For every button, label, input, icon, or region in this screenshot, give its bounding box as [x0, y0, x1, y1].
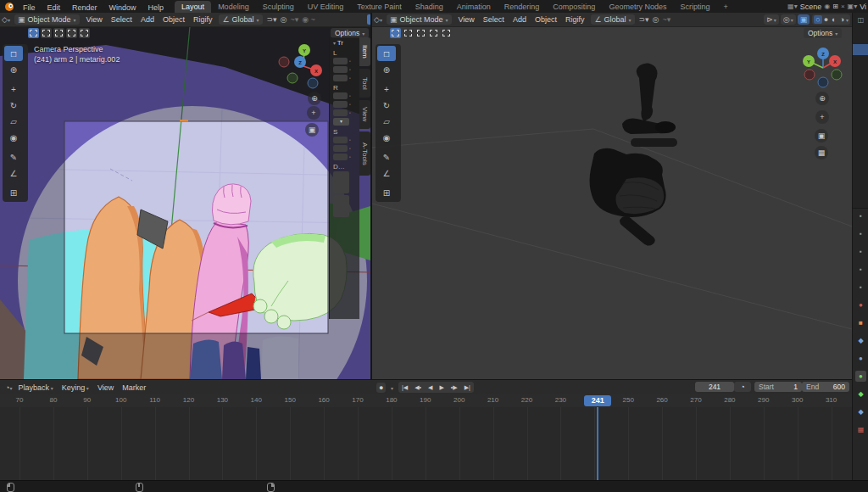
- shading-dropdown-icon[interactable]: ▾: [846, 17, 849, 23]
- select-mode-extend[interactable]: [41, 28, 52, 38]
- proportional-edit-icon[interactable]: ◎: [279, 15, 289, 24]
- add-cube-tool[interactable]: ⊞: [377, 185, 396, 200]
- properties-tab-object-data[interactable]: ●: [855, 371, 866, 382]
- viewport-3d-left[interactable]: ◇▾▣Object Mode▾ViewSelectAddObjectRigify…: [0, 13, 372, 379]
- workspace-tab-sculpting[interactable]: Sculpting: [256, 1, 301, 13]
- viewport-3d-right[interactable]: ◇▾▣Object Mode▾ViewSelectAddObjectRigify…: [372, 13, 852, 379]
- viewport-menu-view[interactable]: View: [82, 15, 107, 24]
- axis-neg-y[interactable]: [832, 70, 842, 80]
- timeline-track-area[interactable]: [0, 407, 852, 481]
- outliner-mini[interactable]: ◫: [853, 13, 868, 209]
- lock-icon[interactable]: ▫: [349, 111, 351, 115]
- scene-name[interactable]: Scene: [800, 3, 822, 11]
- timeline-menu-keying[interactable]: Keying ▾: [58, 383, 93, 392]
- axis-neg-y[interactable]: [287, 73, 298, 83]
- select-mode-set[interactable]: [28, 28, 39, 38]
- playhead-badge[interactable]: 241: [584, 395, 611, 406]
- mode-selector[interactable]: ▣Object Mode▾: [387, 14, 452, 25]
- timeline-menu-marker[interactable]: Marker: [118, 383, 150, 392]
- auto-keyframe-button[interactable]: ●: [376, 383, 386, 393]
- viewport-menu-add[interactable]: Add: [509, 15, 531, 24]
- preview-range-icon[interactable]: ◔: [734, 382, 751, 392]
- pan-icon[interactable]: +: [307, 106, 320, 120]
- value-slider[interactable]: [333, 137, 348, 143]
- workspace-tab-compositing[interactable]: Compositing: [546, 1, 602, 13]
- select-mode-subtract[interactable]: [415, 28, 426, 38]
- axis-neg-z[interactable]: [308, 78, 318, 88]
- properties-tab-physics[interactable]: ●: [855, 353, 866, 364]
- axis-neg-x[interactable]: [804, 70, 815, 80]
- snap-icon[interactable]: ⊃▾: [637, 15, 651, 24]
- snap-icon[interactable]: ⊃▾: [265, 15, 279, 24]
- menu-window[interactable]: Window: [103, 3, 142, 12]
- select-mode-invert[interactable]: [66, 28, 77, 38]
- shading-material-button[interactable]: ◐: [830, 15, 837, 24]
- move-tool[interactable]: +: [377, 81, 396, 97]
- measure-tool[interactable]: ∠: [4, 165, 23, 181]
- viewport-menu-select[interactable]: Select: [479, 15, 509, 24]
- properties-tab-scene[interactable]: ▪: [855, 282, 866, 293]
- value-slider[interactable]: [333, 154, 348, 160]
- workspace-tab-animation[interactable]: Animation: [450, 1, 498, 13]
- viewport-menu-object[interactable]: Object: [159, 15, 189, 24]
- panel-header-transform[interactable]: ▾ Tr: [333, 39, 359, 47]
- editor-type-icon[interactable]: ◔▾: [0, 383, 14, 392]
- properties-tab-world[interactable]: ●: [855, 299, 866, 310]
- frame-end-field[interactable]: End600: [802, 382, 849, 392]
- viewport-menu-rigify[interactable]: Rigify: [189, 15, 217, 24]
- current-frame-field[interactable]: 241: [695, 382, 734, 392]
- axis-neg-x[interactable]: [279, 57, 289, 67]
- lock-icon[interactable]: ▫: [349, 155, 351, 159]
- lock-icon[interactable]: ▫: [349, 59, 351, 64]
- value-slider[interactable]: [333, 145, 348, 152]
- viewport-menu-object[interactable]: Object: [531, 15, 561, 24]
- workspace-tab--[interactable]: +: [716, 1, 734, 13]
- workspace-tab-texture-paint[interactable]: Texture Paint: [350, 1, 409, 13]
- viewport-menu-select[interactable]: Select: [107, 15, 136, 24]
- menu-help[interactable]: Help: [142, 3, 170, 12]
- workspace-tab-modeling[interactable]: Modeling: [211, 1, 256, 13]
- value-slider[interactable]: [333, 101, 348, 108]
- play-reverse-button[interactable]: ◀: [425, 382, 436, 393]
- editor-type-icon[interactable]: ◇▾: [372, 15, 384, 24]
- shading-solid-button[interactable]: ●: [822, 15, 830, 24]
- properties-tab-view-layer[interactable]: ▪: [855, 264, 866, 275]
- proportional-edit-icon[interactable]: ◎: [651, 15, 661, 24]
- add-cube-tool[interactable]: ⊞: [4, 185, 23, 200]
- zoom-icon[interactable]: ⊕: [308, 92, 321, 105]
- falloff-icon[interactable]: ~▾: [288, 15, 300, 24]
- n-panel-tab-tool[interactable]: Tool: [359, 69, 370, 98]
- mesh-cylinder[interactable]: [631, 138, 677, 147]
- n-panel-tab-a-tools[interactable]: A-Tools: [359, 131, 370, 176]
- lock-icon[interactable]: ▫: [349, 138, 351, 143]
- jump-to-end-button[interactable]: ▶|: [461, 382, 474, 393]
- select-mode-intersect[interactable]: [79, 28, 90, 38]
- value-slider[interactable]: [333, 75, 348, 81]
- select-mode-extend[interactable]: [403, 28, 414, 38]
- value-slider[interactable]: [333, 58, 348, 64]
- scale-tool[interactable]: ▱: [377, 114, 396, 129]
- rotate-tool[interactable]: ↻: [4, 98, 23, 113]
- pin-icon[interactable]: ◉: [824, 3, 830, 10]
- properties-tab-output[interactable]: ▪: [855, 246, 866, 257]
- navigation-gizmo[interactable]: Z Y X: [794, 36, 852, 100]
- shading-wireframe-button[interactable]: ○: [814, 15, 821, 24]
- lock-icon[interactable]: ▫: [349, 103, 351, 107]
- n-panel-tab-item[interactable]: Item: [359, 37, 370, 66]
- rotation-mode-dropdown[interactable]: ▾: [333, 118, 349, 126]
- value-slider[interactable]: [333, 109, 348, 116]
- annotate-tool[interactable]: ✎: [4, 149, 23, 165]
- transform-tool[interactable]: ◉: [377, 130, 396, 145]
- new-scene-icon[interactable]: ⊞: [832, 3, 838, 10]
- properties-tab-bone[interactable]: ◆: [855, 389, 866, 400]
- workspace-tab-rendering[interactable]: Rendering: [498, 1, 547, 13]
- select-mode-intersect[interactable]: [441, 28, 452, 38]
- select-mode-subtract[interactable]: [53, 28, 64, 38]
- scale-tool[interactable]: ▱: [4, 114, 23, 129]
- measure-tool[interactable]: ∠: [377, 165, 396, 181]
- value-slider[interactable]: [333, 171, 349, 193]
- properties-tab-modifiers[interactable]: ◆: [855, 335, 866, 346]
- viewport-menu-rigify[interactable]: Rigify: [561, 15, 589, 24]
- orthographic-icon[interactable]: ▦: [815, 146, 828, 159]
- select-mode-invert[interactable]: [428, 28, 439, 38]
